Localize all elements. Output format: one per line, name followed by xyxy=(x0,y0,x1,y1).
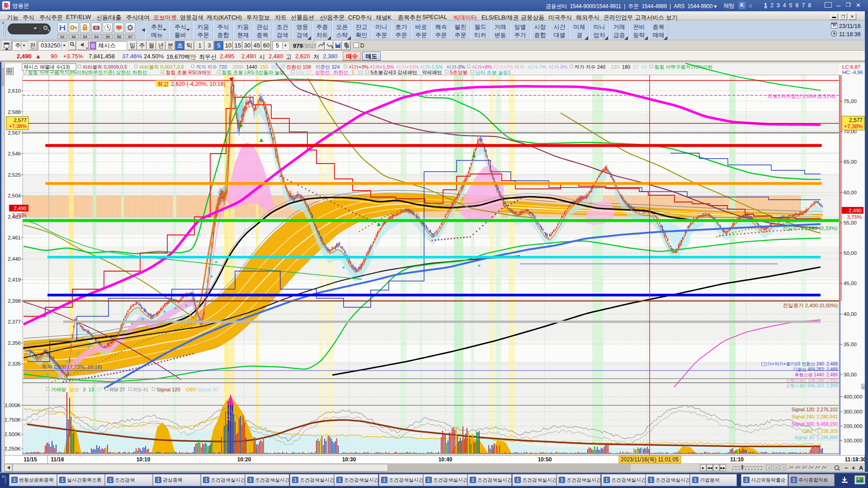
svg-text:시가+10%: 시가+10% xyxy=(396,64,419,70)
svg-text:5: 5 xyxy=(352,70,354,75)
svg-text:2,398: 2,398 xyxy=(8,298,21,304)
svg-text:−: − xyxy=(844,465,848,471)
svg-text:35,00: 35,00 xyxy=(844,342,857,347)
svg-text:60,00: 60,00 xyxy=(844,190,857,195)
svg-text:3,75%: 3,75% xyxy=(12,212,27,218)
svg-text:10:30: 10:30 xyxy=(342,456,356,463)
svg-text:파라볼릭 0,0009,0,5: 파라볼릭 0,0009,0,5 xyxy=(82,64,127,70)
svg-text:300,000: 300,000 xyxy=(844,409,863,414)
svg-text:시가+1,5%: 시가+1,5% xyxy=(370,64,394,70)
svg-text:40,00: 40,00 xyxy=(844,311,857,317)
svg-text:Signal 120: 2,276,102: Signal 120: 2,276,102 xyxy=(792,407,838,412)
svg-text:2,335: 2,335 xyxy=(8,361,21,366)
svg-text:선행스팬1 108,188: 2,492: 선행스팬1 108,188: 2,492 xyxy=(786,378,838,383)
svg-text:55,00: 55,00 xyxy=(844,220,857,225)
svg-text:시가-8%: 시가-8% xyxy=(549,64,568,70)
svg-text:2,419: 2,419 xyxy=(8,277,21,282)
svg-text:힘힘 아랫구름저가3%이하(하루전기준) 상한선 하한선: 힘힘 아랫구름저가3%이하(하루전기준) 상한선 하한선 xyxy=(28,70,147,75)
svg-text:2,567: 2,567 xyxy=(8,130,21,136)
svg-text:+7,38%: +7,38% xyxy=(9,123,27,129)
svg-text:LC:6,87: LC:6,87 xyxy=(842,64,860,70)
svg-text:힘힘 초봉 LRS 0선돌파 눌림: 힘힘 초봉 LRS 0선돌파 눌림 xyxy=(222,70,285,75)
svg-text:시가-7%: 시가-7% xyxy=(528,64,547,70)
svg-text:2,577: 2,577 xyxy=(14,117,27,123)
svg-text:2,750K: 2,750K xyxy=(5,417,21,422)
svg-text:하한선: 하한선 xyxy=(333,70,348,75)
svg-text:RSI 27: RSI 27 xyxy=(110,387,125,392)
svg-text:파라볼릭 0,0017,0,5: 파라볼릭 0,0017,0,5 xyxy=(139,64,184,70)
svg-text:5초양봉: 5초양봉 xyxy=(450,70,467,75)
svg-text:10:20: 10:20 xyxy=(237,456,251,463)
svg-text:5초봉강세3 강세패턴: 5초봉강세3 강세패턴 xyxy=(370,70,417,75)
svg-text:후행스팬 1440: 2,488: 후행스팬 1440: 2,488 xyxy=(794,372,838,377)
svg-text:13: 13 xyxy=(89,387,94,392)
svg-text:단타 초봉 눌림1: 단타 초봉 눌림1 xyxy=(476,70,511,75)
svg-text:50,00: 50,00 xyxy=(844,250,857,256)
svg-text:300: 300 xyxy=(271,64,279,70)
svg-text:Signal 240: 2,280,942: Signal 240: 2,280,942 xyxy=(792,414,838,419)
svg-text:3,000K: 3,000K xyxy=(5,403,21,408)
svg-text:2,250K: 2,250K xyxy=(5,446,21,451)
svg-text:2,588: 2,588 xyxy=(8,109,21,115)
svg-text:2,546: 2,546 xyxy=(8,151,21,156)
svg-text:시가+7%: 시가+7% xyxy=(493,64,514,70)
svg-text:전환선 108: 전환선 108 xyxy=(286,64,311,70)
svg-text:11/15: 11/15 xyxy=(24,456,37,463)
svg-text:2,440: 2,440 xyxy=(8,256,21,262)
svg-text:(고가+저가+종가)/3 전환선 240: 2,488: (고가+저가+종가)/3 전환선 240: 2,488 xyxy=(761,361,838,366)
svg-text:시가+8%: 시가+8% xyxy=(472,64,492,70)
svg-text:2,490: 2,490 xyxy=(849,208,862,213)
svg-text:10: 10 xyxy=(358,70,363,75)
svg-text:시가-1,5%: 시가-1,5% xyxy=(420,64,443,70)
svg-text:저가 지수 240: 저가 지수 240 xyxy=(575,64,605,70)
svg-text:◀◀: ◀◀ xyxy=(708,466,712,469)
svg-text:x: x xyxy=(863,385,864,389)
svg-text:2,377: 2,377 xyxy=(8,319,21,324)
svg-text:상한선: 상한선 xyxy=(315,70,330,75)
svg-text:+: + xyxy=(852,465,855,471)
svg-text:3: 3 xyxy=(83,387,85,392)
svg-text:10:50: 10:50 xyxy=(538,456,552,463)
svg-text:OBV: -1,338,309: OBV: -1,338,309 xyxy=(802,428,838,434)
svg-text:3,75%: 3,75% xyxy=(847,214,862,220)
svg-text:+7,38%: +7,38% xyxy=(844,123,863,130)
svg-text:200,000: 200,000 xyxy=(844,423,863,429)
svg-text:10:10: 10:10 xyxy=(137,456,151,463)
svg-text:피봇1차저항선 2,604 (8,51%): 피봇1차저항선 2,604 (8,51%) xyxy=(767,94,835,99)
svg-text:Signal 30: Signal 30 xyxy=(197,387,218,392)
svg-text:전일종가 2,400 (0,00%): 전일종가 2,400 (0,00%) xyxy=(783,303,838,308)
svg-text:2880: 2880 xyxy=(232,64,243,70)
svg-text:A: A xyxy=(859,465,863,471)
svg-text:힘힘 초봉 RSI과매도: 힘힘 초봉 RSI과매도 xyxy=(165,70,211,75)
svg-text:27: 27 xyxy=(633,64,638,70)
svg-text:OBV: OBV xyxy=(186,387,197,392)
svg-text:시가-3%: 시가-3% xyxy=(446,64,465,70)
svg-text:2,461: 2,461 xyxy=(8,235,21,240)
svg-text:저가 지수 720: 저가 지수 720 xyxy=(196,64,226,70)
svg-text:1440: 1440 xyxy=(246,64,257,70)
svg-text:기준선 484,283: 2,488: 기준선 484,283: 2,488 xyxy=(793,367,838,372)
svg-text:2,577: 2,577 xyxy=(849,117,863,123)
svg-text:11/16: 11/16 xyxy=(51,456,64,463)
svg-text:180: 180 xyxy=(622,64,630,70)
svg-text:체시스 매물대 수(13): 체시스 매물대 수(13) xyxy=(24,64,70,70)
svg-text:거래량: 거래량 xyxy=(51,387,66,392)
svg-text:약세패턴: 약세패턴 xyxy=(422,70,442,75)
svg-text:저가: 저가 xyxy=(514,64,524,70)
svg-text:RSI 27: RSI 27 xyxy=(296,70,311,75)
svg-text:■: ■ xyxy=(715,466,717,469)
svg-text:45,00: 45,00 xyxy=(844,281,857,286)
svg-text:30,00: 30,00 xyxy=(844,372,857,377)
svg-text:400,000: 400,000 xyxy=(844,394,863,399)
svg-text:2,610: 2,610 xyxy=(8,88,21,94)
svg-text:11:10: 11:10 xyxy=(730,456,744,463)
svg-text:27: 27 xyxy=(97,387,102,392)
svg-text:2,490: 2,490 xyxy=(14,206,27,211)
svg-text:RSI 41: RSI 41 xyxy=(133,387,149,392)
svg-text:2,525: 2,525 xyxy=(8,172,21,178)
svg-text:HC:-4,96: HC:-4,96 xyxy=(842,70,863,75)
svg-text:Signal 300: 5,458,150: Signal 300: 5,458,150 xyxy=(792,421,838,427)
svg-text:전일시가 2,480 (3,33%): 전일시가 2,480 (3,33%) xyxy=(783,225,838,231)
svg-text:11:18:30: 11:18:30 xyxy=(845,456,867,463)
svg-text:100,000: 100,000 xyxy=(844,438,863,443)
